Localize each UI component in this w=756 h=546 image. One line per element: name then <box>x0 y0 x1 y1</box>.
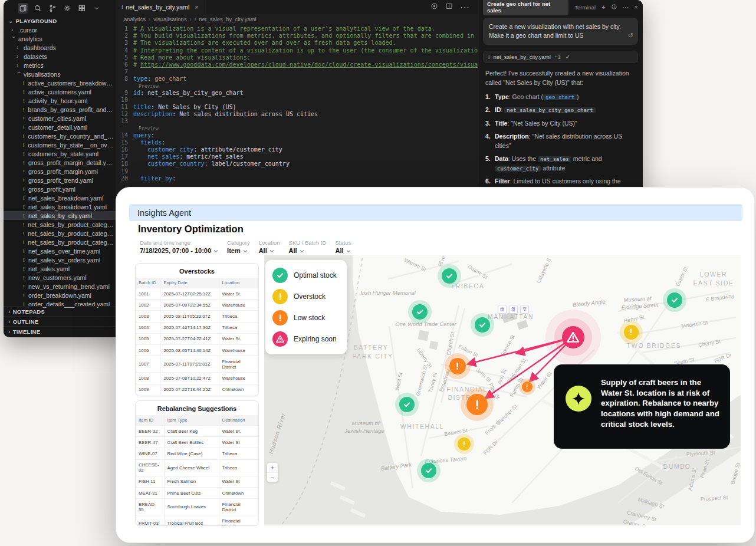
yaml-file-icon: ! <box>22 151 26 157</box>
settings-gear-icon[interactable] <box>62 3 73 14</box>
tree-item-label: dashboards <box>24 44 56 51</box>
sidebar-section-notepads[interactable]: ›NOTEPADS <box>4 306 116 316</box>
yaml-file-icon: ! <box>22 257 26 263</box>
tree-file[interactable]: !net_sales_by_city.yaml <box>4 211 116 220</box>
assistant-list-item: 2.ID: net_sales_by_city_geo_chart <box>485 106 636 115</box>
tree-folder[interactable]: ›metrics <box>4 61 116 70</box>
more-actions-icon[interactable]: ⋯ <box>460 2 469 13</box>
tree-file[interactable]: !net_sales_by_product_category_s.. <box>4 229 116 238</box>
tree-folder[interactable]: ›visualisations <box>4 70 116 78</box>
filter-value[interactable]: 7/18/2025, 07:00 - 10:00 <box>140 247 218 254</box>
marker-low[interactable] <box>522 381 533 392</box>
tree-file[interactable]: !customers_by_country_and_state... <box>4 131 116 140</box>
rebalancing-table: Item IDItem TypeDestinationBEER-32Craft … <box>136 415 258 526</box>
tree-file[interactable]: !net_sales_by_product_category.y... <box>4 238 116 246</box>
explorer-root-header[interactable]: ⌄ PLAYGROUND <box>4 15 116 25</box>
filter-status[interactable]: StatusAll <box>335 239 351 254</box>
tree-file[interactable]: !order_breakdown.yaml <box>4 291 116 300</box>
filter-sku-batch-id[interactable]: SKU / Batch IDAll <box>289 239 327 254</box>
codelens-preview[interactable]: Preview <box>116 83 478 90</box>
marker-low[interactable] <box>449 358 466 374</box>
code-line: 3# The visualizations are executed over … <box>116 40 478 47</box>
tree-file[interactable]: !active_customers_breakdown.yaml <box>4 78 116 87</box>
marker-optimal[interactable] <box>421 463 436 478</box>
tree-file[interactable]: !net_sales_over_time.yaml <box>4 246 116 255</box>
tree-file[interactable]: !net_sales_vs_orders.yaml <box>4 255 116 264</box>
sidebar-section-outline[interactable]: ›OUTLINE <box>4 316 116 326</box>
tree-file[interactable]: !brands_by_gross_profit_and_avg... <box>4 105 116 114</box>
extensions-icon[interactable] <box>77 3 87 14</box>
tree-item-label: net_sales_breakdown.yaml <box>28 195 103 202</box>
breadcrumb-item[interactable]: net_sales_by_city.yaml <box>199 16 257 22</box>
tree-file[interactable]: !net_sales_breakdown1.yaml <box>4 202 116 211</box>
marker-optimal[interactable] <box>412 304 428 320</box>
code-area[interactable]: 1# A visualization is a visual represent… <box>116 24 478 182</box>
tree-file[interactable]: !customers_by_state__on_overvie... <box>4 140 116 149</box>
zoom-out-button[interactable]: − <box>267 472 278 482</box>
yaml-file-icon: ! <box>22 80 25 86</box>
tree-folder[interactable]: ›dashboards <box>4 43 116 52</box>
tree-folder[interactable]: ›.cursor <box>4 25 116 34</box>
inventory-map[interactable]: TRIBECAMANHATTANBATTERYPARK CITYFINANCIA… <box>264 255 741 525</box>
tree-file[interactable]: !net_sales_by_product_category_... <box>4 220 116 229</box>
files-icon[interactable] <box>18 3 28 14</box>
codelens-preview[interactable]: Preview <box>116 126 478 132</box>
filter-location[interactable]: LocationAll <box>259 239 280 254</box>
history-icon[interactable] <box>611 4 617 11</box>
sidebar-section-timeline[interactable]: ›TIMELINE <box>4 326 116 336</box>
source-control-icon[interactable] <box>47 3 58 14</box>
new-chat-icon[interactable]: + <box>601 4 605 11</box>
filter-value[interactable]: Item <box>227 247 250 254</box>
breadcrumb-item[interactable]: visualisations <box>153 16 187 22</box>
marker-optimal[interactable] <box>399 397 415 412</box>
tree-file[interactable]: !customer_cities.yaml <box>4 114 116 123</box>
breadcrumb-item[interactable]: analytics <box>124 16 146 22</box>
more-icon[interactable]: ⋯ <box>623 4 629 11</box>
split-editor-icon[interactable] <box>445 2 453 13</box>
marker-optimal[interactable] <box>667 292 682 308</box>
marker-low[interactable] <box>466 394 488 415</box>
chevron-down-icon[interactable] <box>91 3 102 14</box>
search-icon[interactable] <box>32 3 43 14</box>
marker-optimal[interactable] <box>442 268 457 284</box>
filter-value[interactable]: All <box>289 247 327 254</box>
tree-file[interactable]: !gross_profit.yaml <box>4 185 116 193</box>
filter-category[interactable]: CategoryItem <box>227 239 250 254</box>
filter-date-and-time-range[interactable]: Date and time range7/18/2025, 07:00 - 10… <box>140 239 218 254</box>
close-tab-icon[interactable]: × <box>195 4 198 11</box>
code-line: 2# You build visualizations from metrics… <box>116 32 478 40</box>
tree-folder[interactable]: ›datasets <box>4 52 116 61</box>
edited-file-chip[interactable]: ! net_sales_by_city.yaml +1 ✓ <box>483 51 638 63</box>
tree-file[interactable]: !new_customers.yaml <box>4 273 116 282</box>
editor-tab[interactable]: ! net_sales_by_city.yaml × <box>116 0 205 14</box>
code-token: customer_city <box>147 146 193 153</box>
tree-file[interactable]: !new_vs_returning_trend.yaml <box>4 282 116 291</box>
tree-file[interactable]: !gross_profit_trend.yaml <box>4 176 116 185</box>
marker-optimal[interactable] <box>475 317 490 333</box>
filter-value[interactable]: All <box>335 247 351 254</box>
marker-overstock[interactable] <box>458 438 471 450</box>
tree-file[interactable]: !active_customers.yaml <box>4 87 116 96</box>
tree-file[interactable]: !net_sales.yaml <box>4 264 116 273</box>
tree-file[interactable]: !customers_by_state.yaml <box>4 149 116 158</box>
redo-icon[interactable]: ↺ <box>628 31 633 41</box>
chevron-right-icon: › <box>8 328 11 335</box>
close-panel-icon[interactable]: × <box>635 4 638 11</box>
filter-value[interactable]: All <box>259 247 280 254</box>
tree-file[interactable]: !customer_detail.yaml <box>4 123 116 131</box>
tree-folder[interactable]: ›analytics <box>4 34 116 43</box>
tab-terminal[interactable]: Terminal <box>574 4 596 11</box>
run-icon[interactable] <box>430 2 438 13</box>
chat-tab-active[interactable]: Create geo chart for net sales <box>483 0 568 15</box>
zoom-in-button[interactable]: + <box>267 463 278 472</box>
marker-expiring[interactable] <box>562 326 584 348</box>
tree-file[interactable]: !gross_profit_margin.yaml <box>4 167 116 176</box>
tree-file[interactable]: !net_sales_breakdown.yaml <box>4 193 116 202</box>
insight-tooltip-text: Supply of craft beers in the Water St. l… <box>601 377 719 429</box>
tree-file[interactable]: !gross_profit_margin_detail.yaml <box>4 158 116 167</box>
tree-file[interactable]: !activity_by_hour.yaml <box>4 96 116 105</box>
inline-code: geo_chart <box>543 94 577 100</box>
list-item-body: Description: "Net sales distribution acr… <box>495 132 636 150</box>
table-cell: 1008 <box>136 373 160 384</box>
marker-overstock[interactable] <box>624 325 639 340</box>
